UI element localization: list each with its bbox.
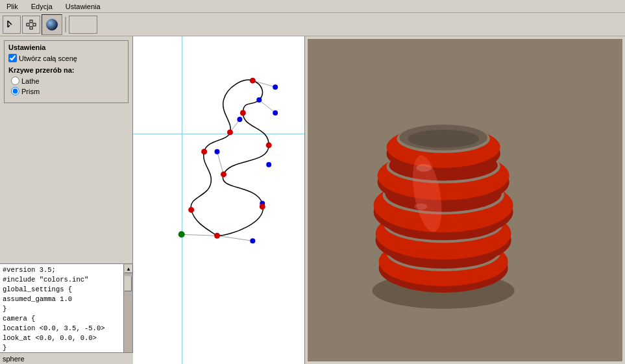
radio-lathe-input[interactable] — [11, 77, 19, 85]
svg-point-7 — [46, 19, 58, 30]
radio-prism-input[interactable] — [11, 87, 19, 95]
code-display[interactable]: #version 3.5; #include "colors.inc" glob… — [0, 264, 123, 364]
code-line-5: } — [3, 304, 121, 314]
ctrl-pt-6 — [273, 84, 278, 90]
svg-rect-3 — [27, 23, 29, 26]
scroll-track[interactable] — [124, 273, 132, 355]
app-window: Plik Edycja Ustawienia — [0, 0, 625, 364]
code-line-3: global_settings { — [3, 285, 121, 295]
sphere-icon — [45, 18, 59, 32]
scroll-thumb[interactable] — [124, 276, 132, 291]
status-bar: sphere — [0, 352, 133, 364]
cursor-tool-btn[interactable] — [3, 16, 21, 34]
settings-title: Ustawienia — [8, 43, 124, 51]
light-spot-1 — [416, 164, 432, 172]
toolbar — [0, 13, 625, 36]
radio-lathe[interactable]: Lathe — [8, 77, 124, 85]
point-tool-btn[interactable] — [22, 16, 40, 34]
svg-line-12 — [252, 80, 275, 87]
radio-lathe-label: Lathe — [21, 77, 40, 85]
checkbox-scene-label: Utwórz całą scenę — [19, 55, 77, 62]
extra-btn[interactable] — [69, 16, 97, 34]
svg-line-1 — [8, 21, 12, 25]
cursor-icon — [6, 19, 17, 30]
anchor-pt-3 — [221, 171, 227, 177]
svg-rect-5 — [30, 20, 32, 23]
toolbar-sep — [65, 17, 66, 32]
code-line-2: #include "colors.inc" — [3, 275, 121, 285]
ctrl-pt-1 — [250, 238, 255, 243]
anchor-pt-4 — [240, 110, 246, 116]
radio-group-title: Krzywe przerób na: — [8, 66, 124, 74]
ctrl-pt-7 — [215, 149, 220, 154]
menu-edycja[interactable]: Edycja — [27, 1, 56, 12]
code-line-1: #version 3.5; — [3, 265, 121, 275]
torus-top-opening — [408, 130, 479, 148]
anchor-pt-9 — [260, 204, 265, 210]
scroll-up-btn[interactable]: ▲ — [124, 264, 133, 273]
checkbox-scene[interactable]: Utwórz całą scenę — [8, 54, 124, 62]
anchor-pt-7 — [201, 149, 207, 154]
menubar: Plik Edycja Ustawienia — [0, 0, 625, 13]
anchor-pt-2 — [266, 142, 272, 148]
ctrl-pt-3 — [266, 162, 271, 167]
checkbox-scene-input[interactable] — [8, 54, 17, 62]
light-spot-2 — [414, 203, 427, 210]
svg-line-11 — [259, 100, 275, 113]
menu-plik[interactable]: Plik — [3, 1, 22, 12]
point-icon — [26, 19, 36, 30]
code-line-7: location <0.0, 3.5, -5.0> — [3, 324, 121, 334]
code-scrollbar[interactable]: ▲ ▼ — [123, 264, 132, 364]
content-area: Ustawienia Utwórz całą scenę Krzywe prze… — [0, 36, 625, 364]
code-line-9: } — [3, 343, 121, 353]
drawing-canvas[interactable] — [133, 36, 305, 364]
anchor-pt-1 — [214, 233, 220, 239]
radio-prism-label: Prism — [21, 88, 40, 95]
status-text: sphere — [3, 355, 25, 363]
svg-line-9 — [182, 234, 217, 236]
menu-ustawienia[interactable]: Ustawienia — [62, 1, 104, 12]
svg-line-10 — [217, 152, 224, 175]
anchor-pt-8 — [188, 207, 194, 213]
panel-left: Ustawienia Utwórz całą scenę Krzywe prze… — [0, 36, 133, 364]
render-viewport — [308, 39, 622, 361]
bezier-svg — [133, 36, 304, 364]
code-line-8: look_at <0.0, 0.0, 0.0> — [3, 334, 121, 343]
svg-rect-4 — [33, 23, 36, 26]
sphere-tool-btn[interactable] — [42, 14, 62, 35]
ctrl-pt-4 — [256, 97, 262, 103]
svg-line-8 — [217, 236, 253, 241]
code-line-6: camera { — [3, 314, 121, 324]
svg-rect-6 — [30, 27, 32, 29]
code-line-4: assumed_gamma 1.0 — [3, 295, 121, 304]
start-point — [178, 231, 185, 237]
render-panel — [305, 36, 625, 364]
ctrl-pt-5 — [273, 110, 278, 115]
anchor-pt-5 — [250, 78, 256, 84]
code-section: #version 3.5; #include "colors.inc" glob… — [0, 263, 132, 364]
anchor-pt-6 — [227, 129, 233, 135]
ctrl-pt-8 — [237, 117, 242, 122]
render-svg — [308, 39, 622, 361]
radio-prism[interactable]: Prism — [8, 87, 124, 95]
settings-box: Ustawienia Utwórz całą scenę Krzywe prze… — [4, 40, 129, 103]
